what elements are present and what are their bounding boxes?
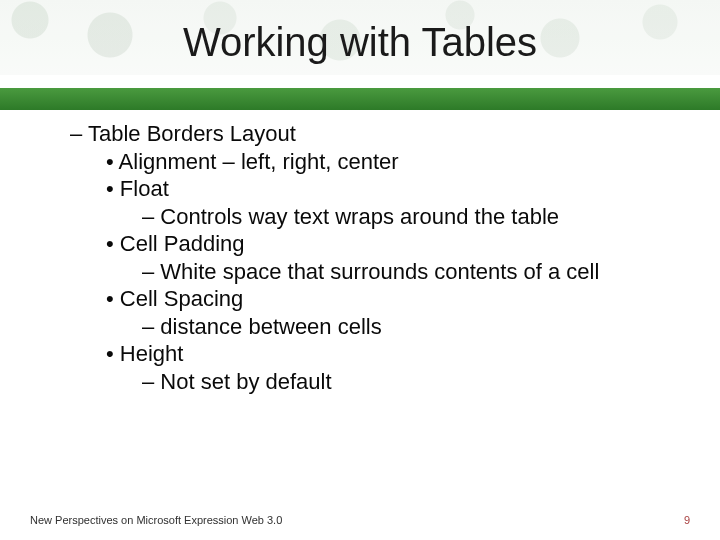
bullet-item-text: Cell Padding xyxy=(120,231,245,256)
bullet-item-text: Cell Spacing xyxy=(120,286,244,311)
bullet-item: Cell Padding xyxy=(106,230,680,258)
slide-body: Table Borders Layout Alignment – left, r… xyxy=(70,120,680,395)
bullet-subitem-text: Controls way text wraps around the table xyxy=(160,204,559,229)
bullet-subitem: distance between cells xyxy=(142,313,680,341)
bullet-item: Height xyxy=(106,340,680,368)
title-underline-bar xyxy=(0,88,720,110)
bullet-heading-text: Table Borders Layout xyxy=(88,121,296,146)
slide-title: Working with Tables xyxy=(0,20,720,65)
footer-source: New Perspectives on Microsoft Expression… xyxy=(30,514,282,526)
bullet-subitem-text: distance between cells xyxy=(160,314,381,339)
bullet-subitem-text: White space that surrounds contents of a… xyxy=(160,259,599,284)
footer-page-number: 9 xyxy=(684,514,690,526)
bullet-subitem: White space that surrounds contents of a… xyxy=(142,258,680,286)
bullet-subitem: Not set by default xyxy=(142,368,680,396)
bullet-subitem-text: Not set by default xyxy=(160,369,331,394)
bullet-item: Alignment – left, right, center xyxy=(106,148,680,176)
bullet-item: Cell Spacing xyxy=(106,285,680,313)
bullet-item-text: Float xyxy=(120,176,169,201)
bullet-item: Float xyxy=(106,175,680,203)
bullet-subitem: Controls way text wraps around the table xyxy=(142,203,680,231)
bullet-item-text: Alignment – left, right, center xyxy=(119,149,399,174)
bullet-heading: Table Borders Layout xyxy=(70,120,680,148)
bullet-item-text: Height xyxy=(120,341,184,366)
